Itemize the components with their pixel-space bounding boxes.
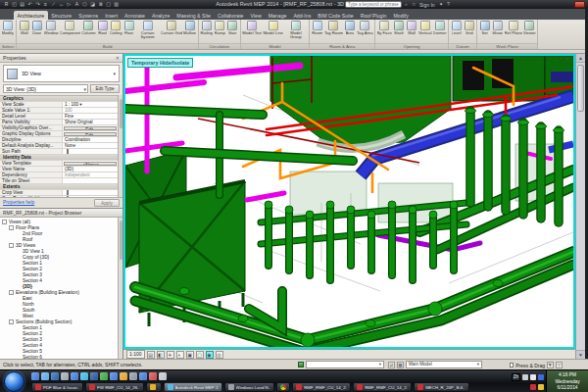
design-option-combo[interactable]: ▾Main Model xyxy=(406,361,482,368)
scale-control[interactable]: 1:100 xyxy=(126,350,145,359)
text-icon[interactable]: A xyxy=(74,1,80,8)
viewer-button[interactable]: Viewer xyxy=(522,21,536,35)
tab-add-ins[interactable]: Add-Ins xyxy=(290,11,315,20)
scrollbar-thumb[interactable] xyxy=(577,65,584,112)
3d-model-canvas[interactable] xyxy=(125,56,573,347)
tab-modify[interactable]: Modify xyxy=(390,11,412,20)
set-button[interactable]: Set xyxy=(478,21,491,35)
ceiling-button[interactable]: Ceiling xyxy=(109,21,122,35)
tab-systems[interactable]: Systems xyxy=(75,11,102,20)
properties-help-link[interactable]: Properties help xyxy=(0,200,34,205)
sun-path-icon[interactable]: ☀ xyxy=(167,351,174,359)
tab-annotate[interactable]: Annotate xyxy=(122,11,149,20)
shadows-icon[interactable]: ◐ xyxy=(176,351,184,359)
app-icon[interactable] xyxy=(129,372,137,380)
edit-type-button[interactable]: Edit Type xyxy=(90,84,120,93)
window-close-button[interactable] xyxy=(574,1,585,8)
excel-icon[interactable] xyxy=(100,372,108,380)
floor-button[interactable]: Floor xyxy=(122,21,135,35)
measure-icon[interactable]: ⟋ xyxy=(50,1,57,8)
messenger-icon[interactable] xyxy=(80,372,88,380)
folder-icon[interactable] xyxy=(61,372,69,380)
tree-expand-icon[interactable]: - xyxy=(9,319,14,324)
tree-expand-icon[interactable]: - xyxy=(9,290,14,295)
network-icon[interactable] xyxy=(522,374,528,380)
exchange-apps-icon[interactable]: ✦ xyxy=(439,1,443,7)
volume-icon[interactable] xyxy=(530,374,536,380)
word-icon[interactable] xyxy=(90,372,98,380)
tab-manage[interactable]: Manage xyxy=(265,11,290,20)
model-group-button[interactable]: Model Group xyxy=(283,21,308,40)
editing-requests-icon[interactable]: ⇄ xyxy=(388,362,395,368)
project-browser-title[interactable]: RMF_RF_25808.rvt - Project Browser xyxy=(0,209,122,218)
taskbar-button[interactable]: Windows Land N.. xyxy=(224,382,275,392)
revit-menu-icon[interactable]: R xyxy=(3,1,10,8)
tab-analyze[interactable]: Analyze xyxy=(148,11,172,20)
viewport-vertical-scrollbar[interactable]: ▲ ▼ xyxy=(575,54,585,359)
curtain-system-button[interactable]: Curtain System xyxy=(135,21,160,40)
bluetooth-icon[interactable] xyxy=(538,374,544,380)
outlook-icon[interactable] xyxy=(51,372,59,380)
view-window-controls[interactable]: ‒ ▫ ✕ xyxy=(554,56,570,62)
scroll-down-icon[interactable]: ▼ xyxy=(576,350,585,359)
checkbox[interactable] xyxy=(67,190,69,195)
taskbar-button[interactable]: FW RMF_CU_14_26.. xyxy=(85,382,143,392)
crop-region-icon[interactable]: ▢ xyxy=(196,351,204,359)
filter-icon[interactable]: ▽ xyxy=(556,362,563,368)
tag-area-button[interactable]: Tag Area xyxy=(356,21,373,35)
door-button[interactable]: Door xyxy=(30,21,43,35)
dormer-button[interactable]: Dormer xyxy=(432,21,447,35)
tab-structure[interactable]: Structure xyxy=(48,11,75,20)
properties-header[interactable]: Properties ✕ xyxy=(0,54,122,63)
project-browser-scrollbar[interactable] xyxy=(118,218,122,359)
type-selector[interactable]: 3D View ▾ xyxy=(3,65,120,82)
search-input[interactable] xyxy=(345,1,402,8)
open-icon[interactable]: ◰ xyxy=(11,1,18,8)
instance-filter-combo[interactable]: ▾ 3D View: {3D} xyxy=(3,84,88,93)
switch-windows-icon[interactable]: ▢ xyxy=(105,1,112,8)
windows-explorer-icon[interactable] xyxy=(41,372,49,380)
room-button[interactable]: Room xyxy=(311,21,323,35)
apply-button[interactable]: Apply xyxy=(94,199,120,207)
tree-expand-icon[interactable]: - xyxy=(2,220,7,224)
tag-room-button[interactable]: Tag Room xyxy=(323,21,343,35)
exclude-options-icon[interactable]: ⧨ xyxy=(547,362,554,368)
drawing-area-3d-view[interactable]: Temporary Hide/Isolate ‒ ▫ ✕ xyxy=(123,54,575,349)
save-icon[interactable]: ▤ xyxy=(19,1,25,8)
default-3d-view-icon[interactable]: ⬡ xyxy=(81,1,88,8)
user-interface-icon[interactable]: ▥ xyxy=(113,1,120,8)
taskbar-clock[interactable]: 4:16 PM Wednesday 6/11/2014 xyxy=(546,370,588,392)
grid-button[interactable]: Grid xyxy=(463,21,475,35)
mullion-button[interactable]: Mullion xyxy=(183,21,197,35)
scroll-up-icon[interactable]: ▲ xyxy=(576,54,585,63)
detail-level-icon[interactable]: ▤ xyxy=(147,351,155,359)
vertical-button[interactable]: Vertical xyxy=(417,21,432,35)
tab-roof-plugin[interactable]: Roof Plugin xyxy=(357,11,390,20)
redo-icon[interactable]: ↷ xyxy=(34,1,41,8)
window-button[interactable]: Window xyxy=(43,21,59,35)
properties-scrollbar[interactable] xyxy=(118,95,122,197)
taskbar-button[interactable]: RMF_RMF_CU_14_2.. xyxy=(292,382,351,392)
tab-insert[interactable]: Insert xyxy=(102,11,122,20)
properties-close-icon[interactable]: ✕ xyxy=(116,54,120,63)
wall-button[interactable]: Wall xyxy=(18,21,30,35)
print-icon[interactable]: ≡ xyxy=(42,1,49,8)
area-button[interactable]: Area xyxy=(343,21,356,35)
checkbox[interactable] xyxy=(67,149,69,154)
active-workset-combo[interactable]: ▾ xyxy=(306,361,384,368)
model-line-button[interactable]: Model Line xyxy=(263,21,284,35)
thin-lines-icon[interactable]: ≣ xyxy=(97,1,104,8)
tab-architecture[interactable]: Architecture xyxy=(14,11,48,20)
taskbar-button[interactable]: MECH_R_24P_B-6.. xyxy=(414,382,469,392)
by-face-button[interactable]: By Face xyxy=(376,21,392,35)
show-button[interactable]: Show xyxy=(491,21,504,35)
antivirus-icon[interactable] xyxy=(530,384,536,390)
reveal-hidden-icon[interactable]: ◎ xyxy=(216,351,223,359)
star-icon[interactable]: ☆ xyxy=(412,1,416,7)
taskbar-button[interactable]: Autodesk Revit MEP 2.. xyxy=(164,382,222,392)
internet-explorer-icon[interactable] xyxy=(31,372,39,380)
wall-button[interactable]: Wall xyxy=(405,21,417,35)
tab-view[interactable]: View xyxy=(247,11,265,20)
app-icon[interactable] xyxy=(159,372,167,380)
stair-button[interactable]: Stair xyxy=(226,21,239,35)
